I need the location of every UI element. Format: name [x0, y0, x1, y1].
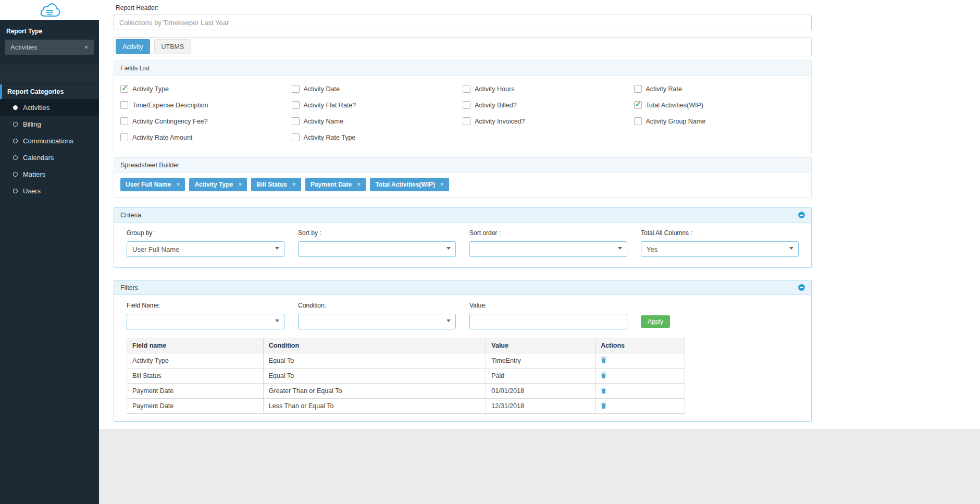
collapse-minus-icon[interactable]	[798, 284, 805, 291]
checkbox[interactable]	[634, 85, 642, 93]
delete-filter-button[interactable]	[601, 357, 606, 363]
criteria-select[interactable]	[298, 241, 456, 257]
tab-utbms[interactable]: UTBMS	[154, 39, 192, 54]
column-tag[interactable]: Payment Date×	[305, 178, 366, 191]
remove-tag-icon[interactable]: ×	[357, 181, 361, 188]
field-name-label: Field Name:	[127, 302, 284, 309]
condition-select[interactable]	[298, 314, 456, 329]
delete-filter-button[interactable]	[601, 372, 606, 378]
criteria-field-label: Total All Columns :	[641, 229, 799, 237]
caret-down-icon	[446, 319, 451, 322]
remove-tag-icon[interactable]: ×	[292, 181, 296, 188]
filter-field-cell: Bill Status	[127, 368, 264, 384]
filter-actions-cell	[596, 368, 685, 384]
caret-down-icon	[275, 247, 279, 250]
column-tag[interactable]: Bill Status×	[251, 178, 301, 191]
checkbox[interactable]	[120, 85, 128, 93]
spreadsheet-builder-title: Spreadsheet Builder	[114, 158, 811, 173]
criteria-select-value: Yes	[647, 245, 658, 253]
column-tag-label: Bill Status	[256, 181, 287, 188]
field-option: Activity Billed?	[463, 97, 634, 113]
checkbox[interactable]	[292, 101, 300, 109]
remove-tag-icon[interactable]: ×	[176, 181, 180, 188]
checkbox[interactable]	[463, 85, 470, 93]
caret-down-icon	[446, 247, 451, 250]
remove-tag-icon[interactable]: ×	[440, 181, 444, 188]
field-option: Activity Hours	[463, 81, 634, 97]
criteria-select[interactable]: Yes	[641, 241, 799, 257]
checkbox[interactable]	[120, 101, 128, 109]
column-tag-label: Payment Date	[311, 181, 352, 188]
field-option: Activity Invoiced?	[463, 113, 634, 129]
field-option-label: Total Activities(WIP)	[646, 102, 703, 109]
value-label: Value:	[469, 302, 627, 309]
sidebar-item-users[interactable]: Users	[0, 182, 99, 199]
logo-area	[0, 0, 99, 20]
checkbox[interactable]	[634, 117, 642, 125]
filter-value-cell: 01/01/2018	[486, 384, 596, 399]
condition-label: Condition:	[298, 302, 456, 309]
field-option-label: Activity Invoiced?	[475, 118, 525, 125]
criteria-field-label: Sort order :	[469, 229, 627, 237]
column-tag[interactable]: Activity Type×	[189, 178, 247, 191]
field-option: Activity Type	[120, 81, 292, 97]
field-option-label: Activity Group Name	[646, 118, 706, 125]
report-type-select[interactable]: Activities ▼	[5, 40, 94, 55]
report-type-value: Activities	[10, 43, 37, 51]
criteria-select[interactable]: User Full Name	[127, 241, 284, 257]
fields-column: Activity DateActivity Flat Rate?Activity…	[292, 81, 463, 145]
checkbox[interactable]	[120, 133, 128, 141]
sidebar-band	[0, 65, 99, 82]
caret-down-icon: ▼	[84, 45, 89, 50]
apply-button[interactable]: Apply	[641, 315, 670, 328]
checkbox[interactable]	[463, 117, 470, 125]
column-tag[interactable]: Total Activities(WIP)×	[370, 178, 449, 191]
field-option: Activity Rate Type	[292, 129, 463, 145]
checkbox[interactable]	[292, 117, 300, 125]
circle-bullet-icon	[13, 122, 18, 127]
sidebar-item-label: Calendars	[23, 154, 54, 162]
field-name-select[interactable]	[127, 314, 284, 329]
collapse-minus-icon[interactable]	[798, 212, 805, 218]
sidebar-item-activities[interactable]: Activities	[0, 99, 99, 116]
checkbox[interactable]	[120, 117, 128, 125]
column-tag[interactable]: User Full Name×	[120, 178, 185, 191]
criteria-select[interactable]	[469, 241, 627, 257]
checkbox[interactable]	[292, 133, 300, 141]
sidebar-item-communications[interactable]: Communications	[0, 132, 99, 149]
field-option-label: Time/Expense Description	[132, 102, 208, 109]
filter-field-cell: Activity Type	[127, 353, 264, 368]
fields-column: Activity TypeTime/Expense DescriptionAct…	[120, 81, 292, 145]
sidebar-item-label: Activities	[23, 104, 49, 112]
filters-table-body: Activity TypeEqual ToTimeEntryBill Statu…	[127, 353, 685, 414]
delete-filter-button[interactable]	[601, 387, 606, 394]
criteria-header: Criteria	[114, 208, 811, 223]
tab-bar: Activity UTBMS	[114, 37, 812, 56]
field-option-label: Activity Rate Amount	[132, 134, 192, 141]
sidebar-item-matters[interactable]: Matters	[0, 166, 99, 182]
trash-icon	[601, 357, 606, 365]
checkbox[interactable]	[463, 101, 470, 109]
checkbox[interactable]	[292, 85, 300, 93]
tab-activity[interactable]: Activity	[116, 39, 150, 54]
spreadsheet-builder-panel: Spreadsheet Builder User Full Name×Activ…	[114, 157, 812, 198]
field-option: Activity Name	[292, 113, 463, 129]
report-header-input[interactable]	[114, 15, 812, 30]
fields-grid: Activity TypeTime/Expense DescriptionAct…	[114, 76, 811, 153]
field-option: Time/Expense Description	[120, 97, 292, 113]
main-content: Report Header: Activity UTBMS Fields Lis…	[99, 0, 980, 429]
criteria-field: Sort order :	[469, 229, 627, 257]
delete-filter-button[interactable]	[601, 402, 606, 409]
criteria-panel: Criteria Group by :User Full NameSort by…	[114, 207, 812, 268]
checkbox[interactable]	[634, 101, 642, 109]
caret-down-icon	[275, 319, 279, 322]
filter-field-cell: Payment Date	[127, 384, 264, 399]
field-option-label: Activity Type	[132, 85, 169, 93]
remove-tag-icon[interactable]: ×	[238, 181, 242, 188]
fields-list-title: Fields List	[114, 61, 811, 76]
sidebar-item-calendars[interactable]: Calendars	[0, 149, 99, 166]
value-input[interactable]	[469, 314, 627, 329]
trash-icon	[601, 387, 606, 395]
sidebar-item-billing[interactable]: Billing	[0, 116, 99, 132]
filter-row: Payment DateGreater Than or Equal To01/0…	[127, 384, 685, 399]
